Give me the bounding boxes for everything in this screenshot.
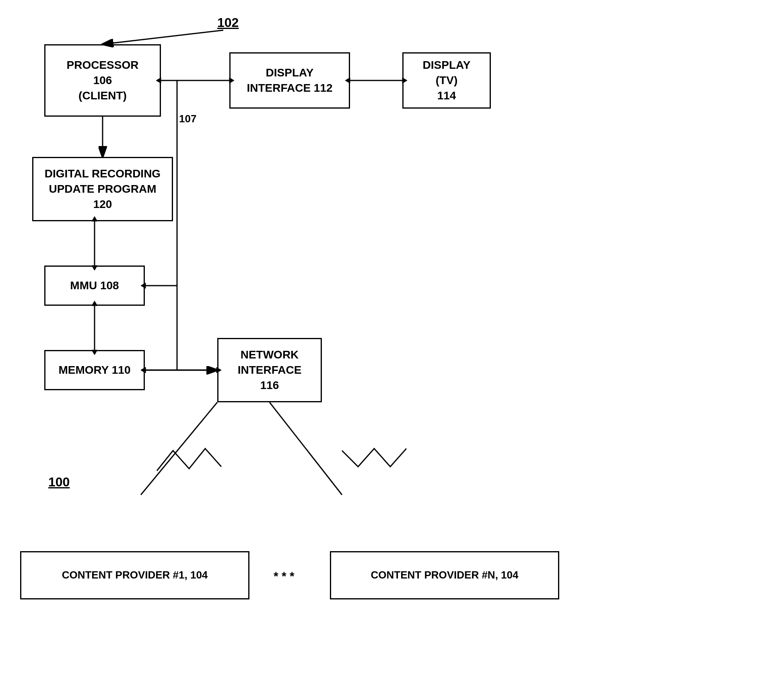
label-102: 102 — [217, 15, 239, 30]
content-provider-n-label: CONTENT PROVIDER #N, 104 — [371, 568, 519, 582]
content-provider-1-label: CONTENT PROVIDER #1, 104 — [62, 568, 208, 582]
content-provider-1-box: CONTENT PROVIDER #1, 104 — [20, 551, 249, 599]
svg-line-25 — [141, 402, 217, 495]
display-box: DISPLAY(TV)114 — [402, 52, 491, 109]
svg-line-26 — [270, 402, 342, 495]
memory-box: MEMORY 110 — [44, 350, 145, 390]
processor-label: PROCESSOR106(CLIENT) — [67, 58, 139, 103]
network-interface-box: NETWORKINTERFACE116 — [217, 338, 322, 402]
label-100: 100 — [48, 475, 70, 490]
label-107: 107 — [179, 113, 196, 125]
digital-recording-label: DIGITAL RECORDINGUPDATE PROGRAM120 — [45, 166, 161, 212]
svg-line-2 — [103, 30, 223, 44]
diagram: 102 PROCESSOR106(CLIENT) DISPLAYINTERFAC… — [0, 0, 758, 700]
mmu-label: MMU 108 — [70, 278, 119, 293]
mmu-box: MMU 108 — [44, 266, 145, 306]
network-interface-label: NETWORKINTERFACE116 — [238, 347, 302, 393]
content-provider-n-box: CONTENT PROVIDER #N, 104 — [330, 551, 559, 599]
display-interface-label: DISPLAYINTERFACE 112 — [247, 65, 332, 96]
ellipsis-label: * * * — [274, 569, 295, 583]
memory-label: MEMORY 110 — [59, 362, 131, 378]
display-interface-box: DISPLAYINTERFACE 112 — [229, 52, 350, 109]
processor-box: PROCESSOR106(CLIENT) — [44, 44, 161, 117]
display-label: DISPLAY(TV)114 — [423, 58, 471, 103]
digital-recording-box: DIGITAL RECORDINGUPDATE PROGRAM120 — [32, 157, 173, 221]
